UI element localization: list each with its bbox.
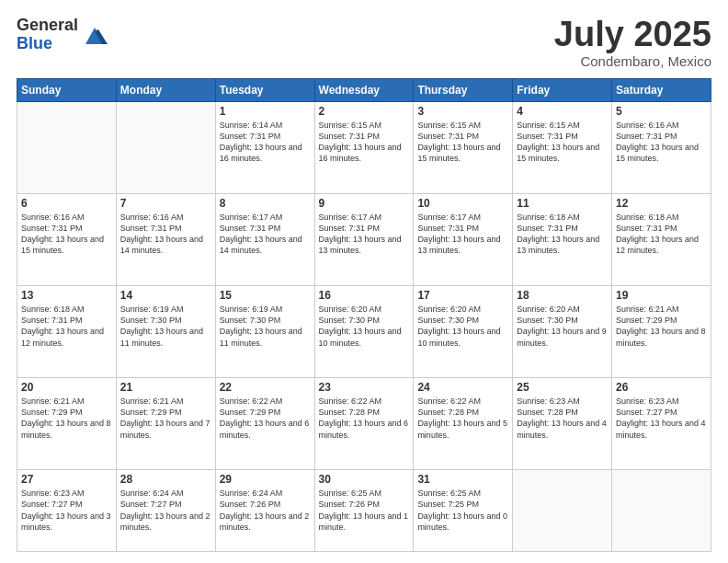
- calendar-header-friday: Friday: [513, 79, 612, 102]
- calendar-week-2: 13Sunrise: 6:18 AM Sunset: 7:31 PM Dayli…: [17, 286, 711, 378]
- logo-icon: [82, 22, 108, 48]
- calendar-cell: 12Sunrise: 6:18 AM Sunset: 7:31 PM Dayli…: [612, 194, 711, 286]
- day-number: 24: [417, 381, 508, 394]
- day-info: Sunrise: 6:15 AM Sunset: 7:31 PM Dayligh…: [319, 120, 410, 165]
- day-info: Sunrise: 6:17 AM Sunset: 7:31 PM Dayligh…: [319, 212, 410, 257]
- day-number: 27: [21, 473, 112, 486]
- calendar-header-wednesday: Wednesday: [314, 79, 414, 102]
- day-number: 11: [517, 197, 608, 210]
- calendar-cell: 27Sunrise: 6:23 AM Sunset: 7:27 PM Dayli…: [17, 470, 117, 552]
- calendar-cell: 20Sunrise: 6:21 AM Sunset: 7:29 PM Dayli…: [17, 378, 117, 470]
- day-info: Sunrise: 6:20 AM Sunset: 7:30 PM Dayligh…: [319, 304, 410, 349]
- calendar-cell: 9Sunrise: 6:17 AM Sunset: 7:31 PM Daylig…: [314, 194, 414, 286]
- day-info: Sunrise: 6:25 AM Sunset: 7:26 PM Dayligh…: [319, 488, 410, 533]
- calendar-cell: 21Sunrise: 6:21 AM Sunset: 7:29 PM Dayli…: [116, 378, 215, 470]
- calendar-cell: 3Sunrise: 6:15 AM Sunset: 7:31 PM Daylig…: [414, 102, 513, 194]
- day-number: 19: [616, 289, 707, 302]
- location: Condembaro, Mexico: [554, 53, 711, 69]
- day-info: Sunrise: 6:19 AM Sunset: 7:30 PM Dayligh…: [220, 304, 311, 349]
- calendar-cell: 18Sunrise: 6:20 AM Sunset: 7:30 PM Dayli…: [513, 286, 612, 378]
- day-number: 5: [616, 105, 707, 118]
- calendar-cell: 17Sunrise: 6:20 AM Sunset: 7:30 PM Dayli…: [414, 286, 513, 378]
- day-info: Sunrise: 6:15 AM Sunset: 7:31 PM Dayligh…: [517, 120, 608, 165]
- day-info: Sunrise: 6:16 AM Sunset: 7:31 PM Dayligh…: [616, 120, 707, 165]
- day-info: Sunrise: 6:22 AM Sunset: 7:29 PM Dayligh…: [220, 396, 311, 441]
- calendar-cell: 5Sunrise: 6:16 AM Sunset: 7:31 PM Daylig…: [612, 102, 711, 194]
- day-number: 12: [616, 197, 707, 210]
- calendar-cell: 25Sunrise: 6:23 AM Sunset: 7:28 PM Dayli…: [513, 378, 612, 470]
- logo-text: General Blue: [17, 17, 78, 53]
- day-info: Sunrise: 6:23 AM Sunset: 7:27 PM Dayligh…: [616, 396, 707, 441]
- calendar-cell: 31Sunrise: 6:25 AM Sunset: 7:25 PM Dayli…: [414, 470, 513, 552]
- day-number: 25: [517, 381, 608, 394]
- calendar-header-monday: Monday: [116, 79, 215, 102]
- calendar-week-0: 1Sunrise: 6:14 AM Sunset: 7:31 PM Daylig…: [17, 102, 711, 194]
- day-number: 9: [319, 197, 410, 210]
- calendar-cell: 6Sunrise: 6:16 AM Sunset: 7:31 PM Daylig…: [17, 194, 117, 286]
- day-info: Sunrise: 6:17 AM Sunset: 7:31 PM Dayligh…: [417, 212, 508, 257]
- month-title: July 2025: [554, 17, 711, 52]
- logo-general: General: [17, 17, 78, 35]
- calendar-cell: 29Sunrise: 6:24 AM Sunset: 7:26 PM Dayli…: [215, 470, 314, 552]
- title-block: July 2025 Condembaro, Mexico: [554, 17, 711, 69]
- day-number: 4: [517, 105, 608, 118]
- day-info: Sunrise: 6:16 AM Sunset: 7:31 PM Dayligh…: [120, 212, 211, 257]
- day-info: Sunrise: 6:19 AM Sunset: 7:30 PM Dayligh…: [120, 304, 211, 349]
- logo: General Blue: [17, 17, 108, 53]
- calendar-cell: 22Sunrise: 6:22 AM Sunset: 7:29 PM Dayli…: [215, 378, 314, 470]
- calendar-cell: 16Sunrise: 6:20 AM Sunset: 7:30 PM Dayli…: [314, 286, 414, 378]
- day-number: 15: [220, 289, 311, 302]
- day-number: 17: [417, 289, 508, 302]
- day-info: Sunrise: 6:23 AM Sunset: 7:27 PM Dayligh…: [21, 488, 112, 533]
- day-info: Sunrise: 6:16 AM Sunset: 7:31 PM Dayligh…: [21, 212, 112, 257]
- day-number: 26: [616, 381, 707, 394]
- day-number: 21: [120, 381, 211, 394]
- calendar-header-tuesday: Tuesday: [215, 79, 314, 102]
- header: General Blue July 2025 Condembaro, Mexic…: [17, 17, 711, 69]
- day-info: Sunrise: 6:21 AM Sunset: 7:29 PM Dayligh…: [21, 396, 112, 441]
- day-info: Sunrise: 6:24 AM Sunset: 7:27 PM Dayligh…: [120, 488, 211, 533]
- calendar-cell: 10Sunrise: 6:17 AM Sunset: 7:31 PM Dayli…: [414, 194, 513, 286]
- calendar-week-4: 27Sunrise: 6:23 AM Sunset: 7:27 PM Dayli…: [17, 470, 711, 552]
- day-number: 7: [120, 197, 211, 210]
- day-info: Sunrise: 6:14 AM Sunset: 7:31 PM Dayligh…: [220, 120, 311, 165]
- day-info: Sunrise: 6:17 AM Sunset: 7:31 PM Dayligh…: [220, 212, 311, 257]
- calendar-cell: 13Sunrise: 6:18 AM Sunset: 7:31 PM Dayli…: [17, 286, 117, 378]
- day-number: 2: [319, 105, 410, 118]
- calendar-cell: 11Sunrise: 6:18 AM Sunset: 7:31 PM Dayli…: [513, 194, 612, 286]
- calendar-week-1: 6Sunrise: 6:16 AM Sunset: 7:31 PM Daylig…: [17, 194, 711, 286]
- day-number: 20: [21, 381, 112, 394]
- day-info: Sunrise: 6:21 AM Sunset: 7:29 PM Dayligh…: [120, 396, 211, 441]
- calendar-header-thursday: Thursday: [414, 79, 513, 102]
- calendar-cell: 24Sunrise: 6:22 AM Sunset: 7:28 PM Dayli…: [414, 378, 513, 470]
- logo-blue: Blue: [17, 35, 78, 53]
- day-info: Sunrise: 6:25 AM Sunset: 7:25 PM Dayligh…: [417, 488, 508, 533]
- calendar-cell: [612, 470, 711, 552]
- calendar-cell: [116, 102, 215, 194]
- page: General Blue July 2025 Condembaro, Mexic…: [0, 0, 728, 563]
- day-info: Sunrise: 6:23 AM Sunset: 7:28 PM Dayligh…: [517, 396, 608, 441]
- day-number: 10: [417, 197, 508, 210]
- day-info: Sunrise: 6:20 AM Sunset: 7:30 PM Dayligh…: [417, 304, 508, 349]
- calendar-cell: 8Sunrise: 6:17 AM Sunset: 7:31 PM Daylig…: [215, 194, 314, 286]
- calendar-cell: 15Sunrise: 6:19 AM Sunset: 7:30 PM Dayli…: [215, 286, 314, 378]
- calendar-cell: 2Sunrise: 6:15 AM Sunset: 7:31 PM Daylig…: [314, 102, 414, 194]
- day-info: Sunrise: 6:21 AM Sunset: 7:29 PM Dayligh…: [616, 304, 707, 349]
- calendar-cell: 26Sunrise: 6:23 AM Sunset: 7:27 PM Dayli…: [612, 378, 711, 470]
- day-info: Sunrise: 6:22 AM Sunset: 7:28 PM Dayligh…: [319, 396, 410, 441]
- calendar-cell: 14Sunrise: 6:19 AM Sunset: 7:30 PM Dayli…: [116, 286, 215, 378]
- calendar-table: SundayMondayTuesdayWednesdayThursdayFrid…: [17, 78, 711, 552]
- calendar-header-saturday: Saturday: [612, 79, 711, 102]
- day-number: 6: [21, 197, 112, 210]
- day-number: 14: [120, 289, 211, 302]
- calendar-cell: 30Sunrise: 6:25 AM Sunset: 7:26 PM Dayli…: [314, 470, 414, 552]
- day-number: 29: [220, 473, 311, 486]
- calendar-cell: 19Sunrise: 6:21 AM Sunset: 7:29 PM Dayli…: [612, 286, 711, 378]
- day-info: Sunrise: 6:18 AM Sunset: 7:31 PM Dayligh…: [21, 304, 112, 349]
- day-info: Sunrise: 6:15 AM Sunset: 7:31 PM Dayligh…: [417, 120, 508, 165]
- calendar-header-sunday: Sunday: [17, 79, 117, 102]
- calendar-cell: 7Sunrise: 6:16 AM Sunset: 7:31 PM Daylig…: [116, 194, 215, 286]
- day-number: 22: [220, 381, 311, 394]
- calendar-cell: 1Sunrise: 6:14 AM Sunset: 7:31 PM Daylig…: [215, 102, 314, 194]
- day-info: Sunrise: 6:18 AM Sunset: 7:31 PM Dayligh…: [517, 212, 608, 257]
